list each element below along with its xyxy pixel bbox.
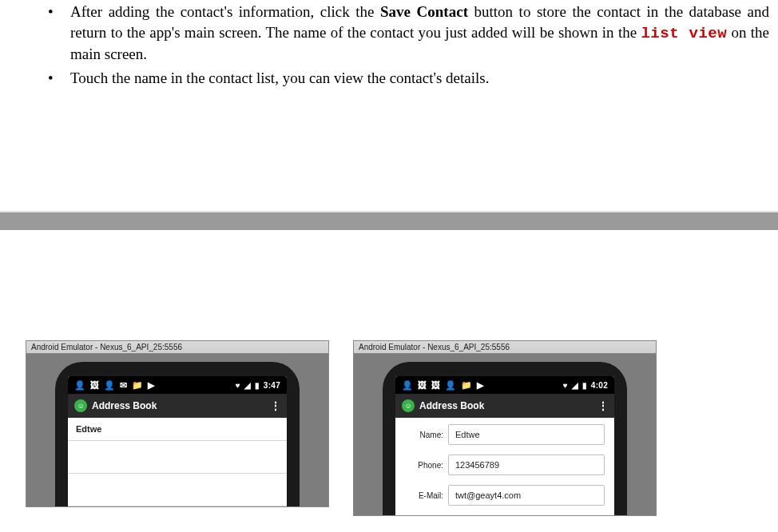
emulator-body: 👤 🖼 👤 ✉ 📁 ▶ ♥ ◢ ▮ 3:47 bbox=[26, 353, 329, 507]
field-phone: Phone: 123456789 bbox=[405, 455, 605, 475]
wifi-icon: ♥ bbox=[563, 381, 568, 390]
contact-list: Edtwe bbox=[68, 418, 287, 506]
status-clock: 3:47 bbox=[264, 381, 280, 390]
signal-icon: ◢ bbox=[244, 381, 251, 390]
signal-icon: ◢ bbox=[572, 381, 578, 390]
image-icon: 🖼 bbox=[418, 381, 427, 390]
person-icon: 👤 bbox=[445, 381, 456, 390]
name-value[interactable]: Edtwe bbox=[448, 424, 605, 445]
wifi-icon: ♥ bbox=[236, 381, 240, 390]
emulator-window-list-view: Android Emulator - Nexus_6_API_25:5556 👤… bbox=[26, 340, 329, 507]
status-icons-right: ♥ ◢ ▮ 3:47 bbox=[236, 381, 280, 390]
phone-bezel: 👤 🖼 🖼 👤 📁 ▶ ♥ ◢ ▮ 4:02 bbox=[383, 362, 627, 515]
bullet-item-1: After adding the contact's information, … bbox=[40, 2, 769, 65]
page-divider bbox=[0, 212, 778, 230]
person-icon: 👤 bbox=[74, 381, 85, 390]
image-icon: 🖼 bbox=[90, 381, 99, 390]
field-name: Name: Edtwe bbox=[405, 424, 605, 445]
email-label: E-Mail: bbox=[405, 491, 443, 500]
field-email: E-Mail: twt@geayt4.com bbox=[405, 485, 605, 506]
name-label: Name: bbox=[405, 431, 443, 439]
text: After adding the contact's information, … bbox=[70, 3, 380, 20]
phone-bezel: 👤 🖼 👤 ✉ 📁 ▶ ♥ ◢ ▮ 3:47 bbox=[55, 362, 300, 506]
folder-icon: 📁 bbox=[461, 381, 472, 390]
phone-screen: 👤 🖼 👤 ✉ 📁 ▶ ♥ ◢ ▮ 3:47 bbox=[68, 376, 287, 506]
list-item-empty bbox=[68, 441, 287, 474]
app-bar: ☺ Address Book ⋮ bbox=[68, 394, 287, 418]
bullet-item-2: Touch the name in the contact list, you … bbox=[40, 68, 769, 89]
list-item[interactable]: Edtwe bbox=[68, 418, 287, 441]
phone-value[interactable]: 123456789 bbox=[448, 455, 605, 475]
emulator-body: 👤 🖼 🖼 👤 📁 ▶ ♥ ◢ ▮ 4:02 bbox=[353, 353, 657, 516]
play-icon: ▶ bbox=[477, 381, 483, 390]
app-icon: ☺ bbox=[74, 399, 87, 412]
phone-screen: 👤 🖼 🖼 👤 📁 ▶ ♥ ◢ ▮ 4:02 bbox=[395, 376, 614, 515]
app-title: Address Book bbox=[419, 400, 484, 411]
app-icon: ☺ bbox=[402, 399, 415, 412]
play-icon: ▶ bbox=[148, 381, 154, 390]
status-icons-left: 👤 🖼 👤 ✉ 📁 ▶ bbox=[74, 381, 154, 390]
email-value[interactable]: twt@geayt4.com bbox=[448, 485, 605, 506]
status-bar: 👤 🖼 👤 ✉ 📁 ▶ ♥ ◢ ▮ 3:47 bbox=[68, 376, 287, 394]
list-item-empty bbox=[68, 474, 287, 506]
status-icons-left: 👤 🖼 🖼 👤 📁 ▶ bbox=[402, 381, 483, 390]
app-bar: ☺ Address Book ⋮ bbox=[395, 394, 614, 418]
folder-icon: 📁 bbox=[132, 381, 143, 390]
app-title: Address Book bbox=[92, 400, 157, 411]
emulator-titlebar: Android Emulator - Nexus_6_API_25:5556 bbox=[26, 340, 329, 353]
bullet-list: After adding the contact's information, … bbox=[40, 2, 778, 89]
emulator-window-detail-view: Android Emulator - Nexus_6_API_25:5556 👤… bbox=[353, 340, 657, 516]
battery-icon: ▮ bbox=[582, 381, 587, 390]
status-icons-right: ♥ ◢ ▮ 4:02 bbox=[563, 381, 608, 390]
code-list-view: list view bbox=[641, 25, 727, 42]
status-bar: 👤 🖼 🖼 👤 📁 ▶ ♥ ◢ ▮ 4:02 bbox=[395, 376, 614, 394]
overflow-menu-icon[interactable]: ⋮ bbox=[597, 399, 608, 412]
emulator-titlebar: Android Emulator - Nexus_6_API_25:5556 bbox=[353, 340, 657, 353]
mail-icon: ✉ bbox=[120, 381, 127, 390]
bold-save-contact: Save Contact bbox=[380, 3, 468, 20]
battery-icon: ▮ bbox=[255, 381, 260, 390]
image-icon: 🖼 bbox=[431, 381, 440, 390]
phone-label: Phone: bbox=[405, 461, 443, 470]
overflow-menu-icon[interactable]: ⋮ bbox=[270, 399, 280, 412]
text: Touch the name in the contact list, you … bbox=[70, 69, 489, 86]
contact-detail-form: Name: Edtwe Phone: 123456789 E-Mail: twt… bbox=[395, 418, 614, 506]
person-icon: 👤 bbox=[104, 381, 115, 390]
status-clock: 4:02 bbox=[591, 381, 608, 390]
person-icon: 👤 bbox=[402, 381, 413, 390]
